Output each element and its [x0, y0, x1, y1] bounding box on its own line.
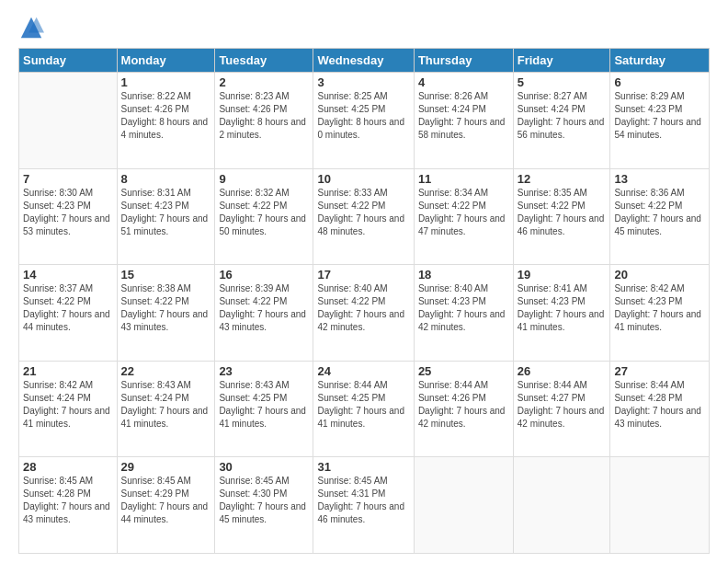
calendar-day-cell: 12Sunrise: 8:35 AMSunset: 4:22 PMDayligh… — [513, 168, 610, 265]
calendar-day-cell: 6Sunrise: 8:29 AMSunset: 4:23 PMDaylight… — [610, 73, 710, 169]
day-number: 2 — [219, 75, 309, 89]
header-saturday: Saturday — [610, 49, 710, 73]
day-number: 1 — [121, 75, 211, 89]
day-info: Sunrise: 8:43 AMSunset: 4:24 PMDaylight:… — [121, 379, 211, 431]
day-info: Sunrise: 8:44 AMSunset: 4:28 PMDaylight:… — [614, 379, 705, 431]
day-info: Sunrise: 8:38 AMSunset: 4:22 PMDaylight:… — [121, 282, 211, 334]
day-info: Sunrise: 8:44 AMSunset: 4:25 PMDaylight:… — [317, 379, 409, 431]
day-number: 21 — [23, 364, 113, 378]
calendar-day-cell: 13Sunrise: 8:36 AMSunset: 4:22 PMDayligh… — [610, 168, 710, 265]
calendar-week-row: 7Sunrise: 8:30 AMSunset: 4:23 PMDaylight… — [19, 168, 710, 265]
day-number: 15 — [121, 268, 211, 282]
calendar-day-cell: 30Sunrise: 8:45 AMSunset: 4:30 PMDayligh… — [215, 457, 313, 554]
day-number: 27 — [614, 364, 705, 378]
day-info: Sunrise: 8:25 AMSunset: 4:25 PMDaylight:… — [317, 90, 409, 142]
day-info: Sunrise: 8:22 AMSunset: 4:26 PMDaylight:… — [121, 90, 211, 142]
day-number: 24 — [317, 364, 409, 378]
day-number: 19 — [518, 268, 607, 282]
day-number: 11 — [418, 172, 509, 186]
header-thursday: Thursday — [414, 49, 513, 73]
calendar-day-cell — [19, 73, 118, 169]
calendar-day-cell: 21Sunrise: 8:42 AMSunset: 4:24 PMDayligh… — [19, 361, 118, 457]
calendar-day-cell: 31Sunrise: 8:45 AMSunset: 4:31 PMDayligh… — [313, 457, 414, 554]
day-info: Sunrise: 8:39 AMSunset: 4:22 PMDaylight:… — [219, 282, 309, 334]
calendar-day-cell: 11Sunrise: 8:34 AMSunset: 4:22 PMDayligh… — [414, 168, 513, 265]
day-info: Sunrise: 8:43 AMSunset: 4:25 PMDaylight:… — [219, 379, 309, 431]
calendar-day-cell: 16Sunrise: 8:39 AMSunset: 4:22 PMDayligh… — [215, 265, 313, 362]
day-number: 31 — [317, 460, 409, 474]
day-number: 3 — [317, 75, 409, 89]
day-number: 25 — [418, 364, 509, 378]
header-tuesday: Tuesday — [215, 49, 313, 73]
calendar-week-row: 1Sunrise: 8:22 AMSunset: 4:26 PMDaylight… — [19, 73, 710, 169]
calendar-day-cell — [513, 457, 610, 554]
calendar-day-cell: 9Sunrise: 8:32 AMSunset: 4:22 PMDaylight… — [215, 168, 313, 265]
day-info: Sunrise: 8:42 AMSunset: 4:23 PMDaylight:… — [614, 282, 705, 334]
day-info: Sunrise: 8:32 AMSunset: 4:22 PMDaylight:… — [219, 187, 309, 238]
header-friday: Friday — [513, 49, 610, 73]
calendar-day-cell: 8Sunrise: 8:31 AMSunset: 4:23 PMDaylight… — [117, 168, 215, 265]
header-monday: Monday — [117, 49, 215, 73]
day-info: Sunrise: 8:34 AMSunset: 4:22 PMDaylight:… — [418, 187, 509, 238]
day-number: 18 — [418, 268, 509, 282]
day-number: 13 — [614, 172, 705, 186]
day-info: Sunrise: 8:40 AMSunset: 4:23 PMDaylight:… — [418, 282, 509, 334]
calendar-day-cell: 7Sunrise: 8:30 AMSunset: 4:23 PMDaylight… — [19, 168, 118, 265]
calendar-day-cell: 25Sunrise: 8:44 AMSunset: 4:26 PMDayligh… — [414, 361, 513, 457]
day-info: Sunrise: 8:44 AMSunset: 4:27 PMDaylight:… — [518, 379, 607, 431]
day-number: 5 — [518, 75, 607, 89]
day-info: Sunrise: 8:45 AMSunset: 4:30 PMDaylight:… — [219, 475, 309, 526]
calendar-day-cell: 1Sunrise: 8:22 AMSunset: 4:26 PMDaylight… — [117, 73, 215, 169]
header — [18, 15, 710, 40]
calendar-day-cell: 24Sunrise: 8:44 AMSunset: 4:25 PMDayligh… — [313, 361, 414, 457]
day-info: Sunrise: 8:23 AMSunset: 4:26 PMDaylight:… — [219, 90, 309, 142]
calendar-day-cell: 23Sunrise: 8:43 AMSunset: 4:25 PMDayligh… — [215, 361, 313, 457]
day-number: 14 — [23, 268, 113, 282]
day-number: 12 — [518, 172, 607, 186]
calendar-day-cell: 26Sunrise: 8:44 AMSunset: 4:27 PMDayligh… — [513, 361, 610, 457]
day-info: Sunrise: 8:45 AMSunset: 4:31 PMDaylight:… — [317, 475, 409, 526]
day-number: 20 — [614, 268, 705, 282]
day-number: 8 — [121, 172, 211, 186]
day-info: Sunrise: 8:27 AMSunset: 4:24 PMDaylight:… — [518, 90, 607, 142]
page: SundayMondayTuesdayWednesdayThursdayFrid… — [0, 0, 728, 563]
calendar-table: SundayMondayTuesdayWednesdayThursdayFrid… — [18, 48, 710, 554]
calendar-day-cell — [414, 457, 513, 554]
header-wednesday: Wednesday — [313, 49, 414, 73]
calendar-header-row: SundayMondayTuesdayWednesdayThursdayFrid… — [19, 49, 710, 73]
day-info: Sunrise: 8:36 AMSunset: 4:22 PMDaylight:… — [614, 187, 705, 238]
day-info: Sunrise: 8:45 AMSunset: 4:28 PMDaylight:… — [23, 475, 113, 526]
calendar-day-cell: 15Sunrise: 8:38 AMSunset: 4:22 PMDayligh… — [117, 265, 215, 362]
day-number: 6 — [614, 75, 705, 89]
day-number: 22 — [121, 364, 211, 378]
day-number: 26 — [518, 364, 607, 378]
calendar-day-cell: 14Sunrise: 8:37 AMSunset: 4:22 PMDayligh… — [19, 265, 118, 362]
day-number: 28 — [23, 460, 113, 474]
calendar-week-row: 21Sunrise: 8:42 AMSunset: 4:24 PMDayligh… — [19, 361, 710, 457]
day-info: Sunrise: 8:30 AMSunset: 4:23 PMDaylight:… — [23, 187, 113, 238]
calendar-day-cell: 3Sunrise: 8:25 AMSunset: 4:25 PMDaylight… — [313, 73, 414, 169]
calendar-day-cell: 18Sunrise: 8:40 AMSunset: 4:23 PMDayligh… — [414, 265, 513, 362]
calendar-week-row: 14Sunrise: 8:37 AMSunset: 4:22 PMDayligh… — [19, 265, 710, 362]
calendar-day-cell: 20Sunrise: 8:42 AMSunset: 4:23 PMDayligh… — [610, 265, 710, 362]
logo — [18, 15, 48, 40]
day-number: 10 — [317, 172, 409, 186]
day-info: Sunrise: 8:35 AMSunset: 4:22 PMDaylight:… — [518, 187, 607, 238]
calendar-day-cell: 28Sunrise: 8:45 AMSunset: 4:28 PMDayligh… — [19, 457, 118, 554]
day-info: Sunrise: 8:41 AMSunset: 4:23 PMDaylight:… — [518, 282, 607, 334]
day-info: Sunrise: 8:37 AMSunset: 4:22 PMDaylight:… — [23, 282, 113, 334]
calendar-day-cell: 4Sunrise: 8:26 AMSunset: 4:24 PMDaylight… — [414, 73, 513, 169]
day-number: 7 — [23, 172, 113, 186]
day-info: Sunrise: 8:42 AMSunset: 4:24 PMDaylight:… — [23, 379, 113, 431]
day-number: 29 — [121, 460, 211, 474]
day-info: Sunrise: 8:33 AMSunset: 4:22 PMDaylight:… — [317, 187, 409, 238]
day-info: Sunrise: 8:40 AMSunset: 4:22 PMDaylight:… — [317, 282, 409, 334]
day-info: Sunrise: 8:26 AMSunset: 4:24 PMDaylight:… — [418, 90, 509, 142]
day-number: 4 — [418, 75, 509, 89]
day-info: Sunrise: 8:44 AMSunset: 4:26 PMDaylight:… — [418, 379, 509, 431]
calendar-day-cell — [610, 457, 710, 554]
calendar-day-cell: 10Sunrise: 8:33 AMSunset: 4:22 PMDayligh… — [313, 168, 414, 265]
day-number: 23 — [219, 364, 309, 378]
header-sunday: Sunday — [19, 49, 118, 73]
day-number: 30 — [219, 460, 309, 474]
